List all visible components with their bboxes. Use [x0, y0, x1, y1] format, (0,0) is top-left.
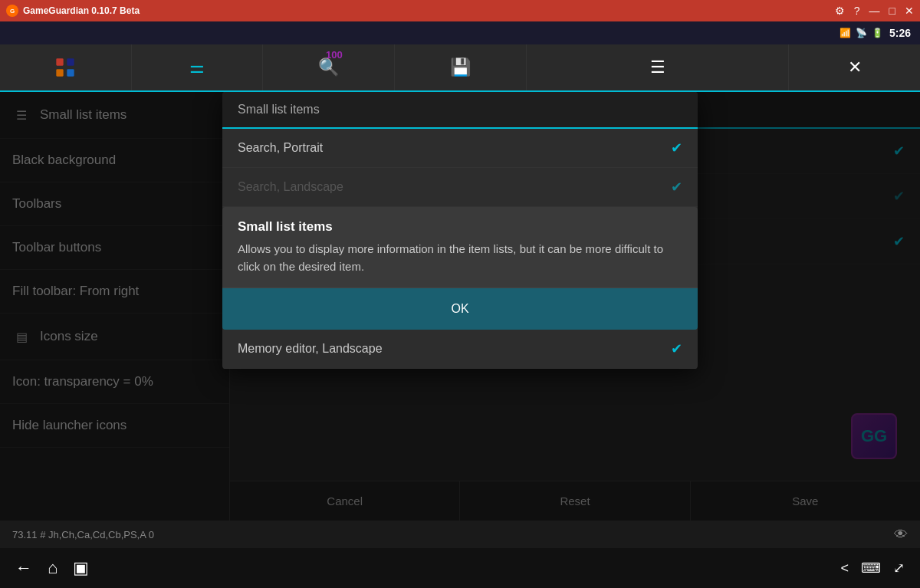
svg-rect-1 [67, 58, 74, 65]
modal-check-icon: ✔ [671, 340, 682, 357]
status-time: 5:26 [889, 27, 911, 39]
app-title: GameGuardian 0.10.7 Beta [23, 5, 140, 16]
recent-button[interactable]: ▣ [73, 558, 89, 578]
toolbar-home[interactable] [0, 44, 132, 90]
modal-header [222, 92, 698, 129]
ok-button[interactable]: OK [222, 287, 698, 330]
back-button[interactable]: ← [15, 558, 32, 578]
eye-icon[interactable]: 👁 [894, 527, 908, 543]
home-button[interactable]: ⌂ [48, 558, 58, 578]
toolbar-close[interactable]: ✕ [789, 44, 920, 90]
toolbar-close-icon: ✕ [848, 57, 862, 77]
toolbar-list[interactable]: ☰ [527, 44, 789, 90]
modal-search-input[interactable] [238, 103, 682, 117]
help-icon[interactable]: ? [854, 5, 860, 17]
save-icon: 💾 [450, 57, 471, 77]
info-dialog: Small list items Allows you to display m… [222, 207, 698, 330]
info-dialog-title: Small list items [222, 207, 698, 241]
title-bar-controls: ⚙ ? — □ ✕ [835, 5, 914, 17]
top-toolbar: ⚌ 100 🔍 💾 ☰ ✕ [0, 44, 920, 92]
sliders-icon: ⚌ [189, 57, 205, 77]
title-bar: G GameGuardian 0.10.7 Beta ⚙ ? — □ ✕ [0, 0, 920, 21]
nav-left: ← ⌂ ▣ [15, 558, 89, 578]
list-icon: ☰ [650, 57, 665, 77]
chevron-left-icon[interactable]: < [840, 560, 849, 577]
wifi-icon: 📶 [840, 28, 851, 38]
info-dialog-body: Allows you to display more information i… [222, 241, 698, 287]
toolbar-save[interactable]: 💾 [395, 44, 527, 90]
modal-setting-search-portrait[interactable]: Search, Portrait ✔ [222, 129, 698, 168]
toolbar-search[interactable]: 100 🔍 [263, 44, 395, 90]
close-icon[interactable]: ✕ [905, 5, 914, 17]
keyboard-icon[interactable]: ⌨ [861, 560, 881, 577]
svg-rect-2 [57, 69, 64, 76]
battery-icon: 🔋 [872, 28, 883, 38]
toolbar-sliders[interactable]: ⚌ [132, 44, 264, 90]
status-bar: 📶 📡 🔋 5:26 [0, 21, 920, 44]
modal-item-label: Search, Landscape [238, 180, 343, 194]
nav-right: < ⌨ ⤢ [840, 560, 905, 577]
signal-icon: 📡 [856, 28, 867, 38]
content-area: ☰ Small list items Black background Tool… [0, 92, 920, 521]
bottom-status: 73.11 # Jh,Ch,Ca,Cd,Cb,PS,A 0 👁 [0, 521, 920, 548]
modal-dialog: Search, Portrait ✔ Search, Landscape ✔ S… [222, 92, 698, 369]
svg-rect-0 [57, 58, 64, 65]
app-container: ⚌ 100 🔍 💾 ☰ ✕ ☰ Small list items Black b… [0, 44, 920, 588]
modal-setting-memory-landscape[interactable]: Memory editor, Landscape ✔ [222, 330, 698, 369]
modal-setting-search-landscape[interactable]: Search, Landscape ✔ [222, 168, 698, 207]
modal-overlay: Search, Portrait ✔ Search, Landscape ✔ S… [0, 92, 920, 521]
minimize-icon[interactable]: — [869, 5, 880, 17]
fullscreen-icon[interactable]: ⤢ [893, 560, 905, 577]
modal-item-label: Memory editor, Landscape [238, 342, 383, 356]
search-badge: 100 [326, 49, 343, 61]
status-icons: 📶 📡 🔋 [840, 28, 883, 38]
nav-bar: ← ⌂ ▣ < ⌨ ⤢ [0, 548, 920, 588]
svg-rect-3 [67, 69, 74, 76]
settings-icon[interactable]: ⚙ [835, 5, 845, 17]
modal-check-icon: ✔ [671, 140, 682, 156]
status-text: 73.11 # Jh,Ch,Ca,Cd,Cb,PS,A 0 [12, 529, 154, 540]
modal-item-label: Search, Portrait [238, 141, 323, 155]
maximize-icon[interactable]: □ [889, 5, 895, 17]
title-bar-left: G GameGuardian 0.10.7 Beta [6, 5, 140, 17]
modal-check-icon-partial: ✔ [671, 179, 682, 195]
app-icon: G [6, 5, 18, 17]
